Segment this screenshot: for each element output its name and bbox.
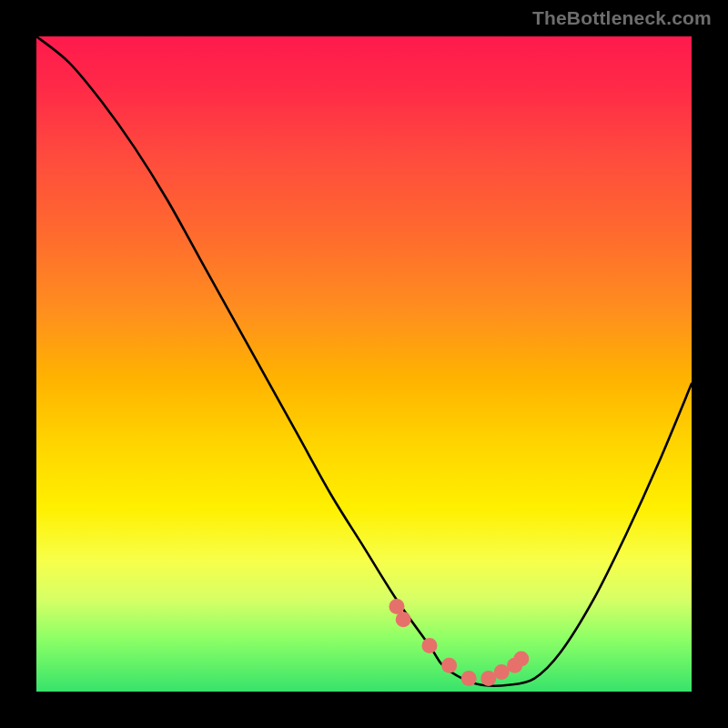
- bottleneck-curve: [36, 36, 692, 692]
- plot-area: [36, 36, 692, 692]
- highlight-dot: [461, 671, 477, 686]
- curve-path: [36, 36, 692, 686]
- highlight-dot: [494, 664, 510, 680]
- highlight-dot: [441, 658, 457, 673]
- highlight-dot: [396, 612, 411, 627]
- highlight-dots: [389, 599, 530, 686]
- chart-frame: TheBottleneck.com: [0, 0, 728, 728]
- highlight-dot: [480, 671, 496, 686]
- highlight-dot: [422, 638, 438, 653]
- highlight-dot: [389, 599, 405, 614]
- highlight-dot: [513, 652, 529, 667]
- watermark-text: TheBottleneck.com: [532, 7, 712, 29]
